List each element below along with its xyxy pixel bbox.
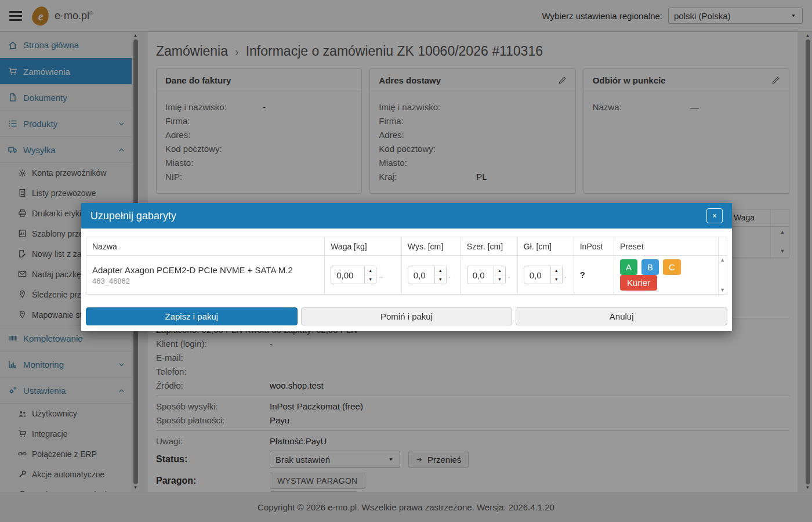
preset-a-button[interactable]: A xyxy=(620,259,637,275)
close-icon[interactable]: × xyxy=(706,208,723,223)
fill-dimensions-modal: Uzupełnij gabaryty × Nazwa Waga [kg] Wys… xyxy=(81,203,732,331)
modal-table-scrollbar[interactable]: ▲ ▼ xyxy=(720,257,726,293)
column-header-preset: Preset xyxy=(614,237,719,256)
product-row: Adapter Axagon PCEM2-D PCIe NVME + SATA … xyxy=(86,256,727,295)
spinner-down-icon[interactable]: ▼ xyxy=(494,276,505,284)
column-header-height: Wys. [cm] xyxy=(401,237,461,256)
column-header-weight: Waga [kg] xyxy=(325,237,402,256)
preset-kurier-button[interactable]: Kurier xyxy=(620,275,657,291)
column-header-width: Szer. [cm] xyxy=(461,237,517,256)
inpost-unknown-mark: ? xyxy=(580,270,585,280)
column-header-inpost: InPost xyxy=(574,237,614,256)
depth-input[interactable] xyxy=(524,266,550,284)
product-name: Adapter Axagon PCEM2-D PCIe NVME + SATA … xyxy=(92,265,318,275)
spinner-up-icon[interactable]: ▲ xyxy=(365,266,376,276)
height-input[interactable] xyxy=(408,266,434,284)
modal-title: Uzupełnij gabaryty xyxy=(90,210,176,222)
skip-and-pack-button[interactable]: Pomiń i pakuj xyxy=(301,307,513,325)
dimensions-table: Nazwa Waga [kg] Wys. [cm] Szer. [cm] Gł.… xyxy=(86,237,727,295)
spinner-up-icon[interactable]: ▲ xyxy=(494,266,505,276)
spinner-down-icon[interactable]: ▼ xyxy=(551,276,562,284)
width-input[interactable] xyxy=(467,266,494,284)
column-header-name: Nazwa xyxy=(86,237,325,256)
modal-header: Uzupełnij gabaryty × xyxy=(81,203,732,229)
cancel-button[interactable]: Anuluj xyxy=(516,307,727,325)
scroll-up-icon[interactable]: ▲ xyxy=(720,257,725,263)
column-header-depth: Gł. [cm] xyxy=(517,237,574,256)
preset-b-button[interactable]: B xyxy=(641,259,659,275)
spinner-up-icon[interactable]: ▲ xyxy=(551,266,562,276)
scroll-down-icon[interactable]: ▼ xyxy=(720,287,725,293)
spinner-up-icon[interactable]: ▲ xyxy=(435,266,446,276)
table-header-row: Nazwa Waga [kg] Wys. [cm] Szer. [cm] Gł.… xyxy=(86,237,727,256)
preset-c-button[interactable]: C xyxy=(663,259,681,275)
save-and-pack-button[interactable]: Zapisz i pakuj xyxy=(86,307,298,325)
spinner-down-icon[interactable]: ▼ xyxy=(435,276,446,284)
spinner-down-icon[interactable]: ▼ xyxy=(365,276,376,284)
product-code: 463_46862 xyxy=(92,277,318,285)
weight-input[interactable] xyxy=(331,266,364,284)
